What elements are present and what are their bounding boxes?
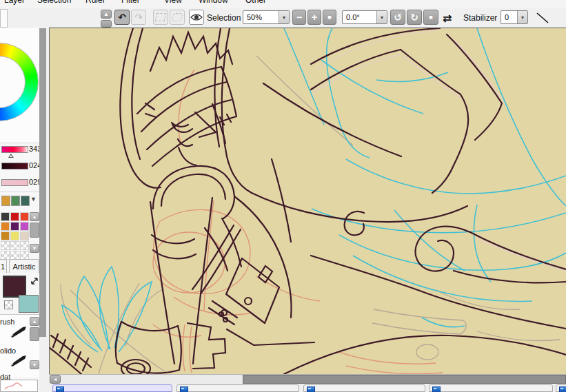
rotate-reset-button[interactable]: ■ [423,10,438,25]
menu-window[interactable]: Window [199,0,228,5]
saturation-slider[interactable] [1,163,28,169]
brush-stroke-preview [1,380,37,391]
rotate-cw-icon: ↻ [410,12,418,23]
palette-cell[interactable] [20,231,29,240]
menu-other[interactable]: Other [245,0,266,5]
palette-cell[interactable] [1,231,10,240]
panel-collapse-up-button[interactable]: ▲ [101,10,112,19]
palette-cell[interactable] [10,222,19,231]
zoom-out-button[interactable]: − [292,10,306,25]
minus-icon: − [296,12,302,23]
angle-dropdown-icon[interactable]: ▾ [376,11,387,23]
zoom-in-button[interactable]: + [307,10,321,25]
document-tab-clipped[interactable] [556,384,566,392]
panel-splitter[interactable] [39,28,46,337]
palette-cell-empty[interactable] [1,241,10,250]
zoom-reset-button[interactable]: ■ [323,10,336,25]
rotate-ccw-button[interactable]: ↺ [390,10,405,25]
palette-cell-empty[interactable] [20,241,29,250]
secondary-color-swatch[interactable] [19,295,39,313]
canvas-thumbnail-icon [307,386,315,392]
redo-icon: ↷ [134,12,143,23]
brush-scroll-up-button[interactable]: ▲ [30,317,39,326]
zoom-combo[interactable]: 50% ▾ [243,10,290,24]
document-tab-active[interactable] [52,384,172,392]
document-tab[interactable] [429,384,553,392]
app-window: Layer Selection Ruler Filter View Window… [0,0,566,392]
pen-brush-icon[interactable] [10,355,28,367]
hue-value: 343 [29,145,39,153]
redo-button[interactable]: ↷ [131,10,146,25]
palette-cell[interactable] [10,231,19,240]
hue-slider-marker[interactable] [8,154,14,158]
brush-item-label[interactable]: rush [0,318,14,326]
menu-layer[interactable]: Layer [4,0,25,5]
stabilizer-dropdown-icon[interactable]: ▾ [517,11,527,23]
stroke-preview-icon[interactable] [535,11,550,25]
stabilizer-combo[interactable]: 0 ▾ [501,10,528,24]
horizontal-scrollbar-thumb[interactable] [243,375,566,384]
palette-scrollbar-thumb[interactable] [30,223,39,238]
palette-cell-empty[interactable] [10,241,19,250]
toolbar: ▲ ↶ ↷ Selection 50% ▾ − + ■ 0.0° ▾ ↺ ↻ ■… [0,8,566,28]
value-slider[interactable] [1,179,28,186]
selection-dashed-icon [155,13,167,21]
palette-cell[interactable] [20,212,29,221]
canvas-thumbnail-icon [432,386,441,392]
up-arrow-icon: ▲ [103,11,109,17]
transparent-color-button[interactable] [4,300,13,309]
menu-filter[interactable]: Filter [121,0,140,5]
brush-list-panel: rush olido dat ▲ ▼ [0,314,39,377]
panel-collapse-down-button[interactable] [101,20,112,28]
menu-selection[interactable]: Selection [37,0,71,5]
panel-tab-partial[interactable]: 1 [0,259,7,273]
canvas-thumbnail-icon [559,386,566,392]
scroll-left-button[interactable]: ◂ [50,375,61,384]
panel-tab-artistic-label: Artistic [13,262,36,271]
menu-ruler[interactable]: Ruler [85,0,105,5]
flip-horizontal-button[interactable]: ⇄ [443,12,452,25]
divider [0,192,39,192]
hue-slider[interactable] [1,146,28,153]
stabilizer-label: Stabilizer [463,13,497,23]
plus-icon: + [312,12,317,23]
palette-cell[interactable] [1,212,10,221]
brush-scroll-down-button[interactable]: ▼ [30,360,39,369]
invert-selection-button[interactable] [170,10,185,25]
palette-cell[interactable] [20,222,29,231]
quick-swatch-1[interactable] [1,196,10,206]
angle-value: 0.0° [343,13,376,21]
swatch-dropdown-icon[interactable]: ▼ [30,196,37,203]
canvas-thumbnail-icon [56,386,64,392]
show-selection-button[interactable] [189,10,204,25]
menu-view[interactable]: View [164,0,182,5]
swap-colors-icon[interactable] [29,276,40,287]
palette-cell[interactable] [1,222,10,231]
zoom-dropdown-icon[interactable]: ▾ [279,11,289,23]
angle-combo[interactable]: 0.0° ▾ [342,10,387,24]
palette-scroll-up-button[interactable]: ▲ [30,212,39,221]
divider [0,143,39,143]
brush-preview-panel [0,380,38,392]
brush-item-label[interactable]: olido [0,347,16,355]
canvas-thumbnail-icon [180,386,188,392]
menu-bar: Layer Selection Ruler Filter View Window… [0,0,566,8]
drawing-canvas[interactable] [49,28,566,374]
rotate-cw-button[interactable]: ↻ [407,10,422,25]
square-icon: ■ [429,14,432,21]
quick-swatch-3[interactable] [21,196,30,206]
panel-tab-artistic[interactable]: Artistic [9,259,39,273]
quick-swatch-2[interactable] [11,196,20,206]
saturation-value: 024 [29,161,39,169]
cyan-sketch-lines [62,28,566,352]
pen-brush-icon[interactable] [10,326,28,338]
rotate-ccw-icon: ↺ [394,12,402,23]
deselect-button[interactable] [153,10,168,25]
palette-cell[interactable] [10,212,19,221]
palette-scroll-down-button[interactable]: ▼ [30,244,39,253]
document-tab[interactable] [176,384,299,392]
panel-tab-partial-label: 1 [1,262,5,271]
undo-button[interactable]: ↶ [114,10,130,25]
document-tab[interactable] [303,384,425,392]
brush-scrollbar-thumb[interactable] [30,327,39,341]
